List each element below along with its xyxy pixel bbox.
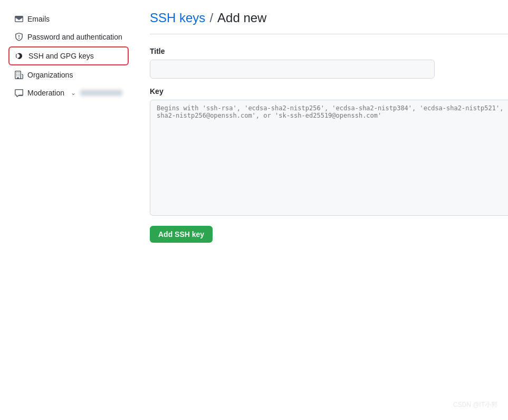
sidebar-item-emails[interactable]: Emails [8, 11, 129, 27]
key-icon [16, 52, 24, 60]
envelope-icon [15, 15, 23, 23]
breadcrumb-current: Add new [217, 11, 266, 25]
sidebar-item-ssh-gpg[interactable]: SSH and GPG keys [8, 46, 129, 65]
building-icon [15, 71, 23, 79]
sidebar-item-moderation[interactable]: Moderation ⌄ [8, 84, 129, 101]
sidebar-emails-label: Emails [27, 15, 122, 23]
shield-icon [15, 33, 23, 41]
sidebar-ssh-label: SSH and GPG keys [28, 52, 121, 60]
sidebar-moderation-label: Moderation [27, 89, 69, 97]
comment-icon [15, 89, 23, 97]
main-content: SSH keys/Add new Title Key Add SSH key [137, 11, 508, 243]
title-label: Title [150, 47, 508, 55]
page-title: SSH keys/Add new [150, 11, 508, 25]
watermark: CSDN @IT小郭 [453, 400, 497, 409]
breadcrumb-separator: / [209, 11, 213, 25]
blurred-username [80, 90, 122, 96]
title-form-group: Title [150, 47, 508, 79]
submit-section: Add SSH key [150, 226, 508, 243]
ssh-keys-link[interactable]: SSH keys [150, 11, 205, 25]
page-header: SSH keys/Add new [150, 11, 508, 34]
sidebar-item-password-auth[interactable]: Password and authentication [8, 28, 129, 45]
chevron-down-icon: ⌄ [71, 89, 76, 97]
key-form-group: Key [150, 87, 508, 217]
sidebar-password-label: Password and authentication [27, 33, 122, 41]
add-ssh-key-button[interactable]: Add SSH key [150, 226, 213, 243]
settings-sidebar: Emails Password and authentication SSH a… [0, 11, 137, 243]
key-label: Key [150, 87, 508, 96]
sidebar-item-organizations[interactable]: Organizations [8, 66, 129, 83]
sidebar-organizations-label: Organizations [27, 71, 122, 79]
title-input[interactable] [150, 60, 435, 79]
key-textarea[interactable] [150, 100, 508, 216]
